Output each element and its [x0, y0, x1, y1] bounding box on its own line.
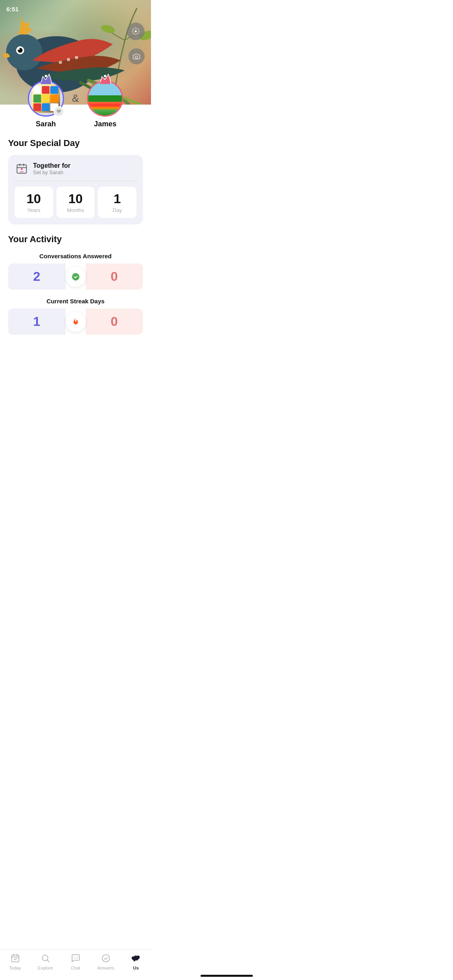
profile-james[interactable]: James [87, 80, 123, 128]
svg-point-9 [6, 34, 42, 70]
card-header: Together for Set by Sarah [14, 161, 137, 181]
months-value: 10 [63, 191, 89, 206]
conversations-center-icon [66, 267, 86, 287]
status-time: 6:51 [6, 6, 19, 12]
svg-point-21 [104, 75, 106, 77]
profiles-section: Sarah & James [0, 105, 151, 128]
streak-title: Current Streak Days [8, 298, 143, 305]
conversations-row: 2 0 [8, 264, 143, 290]
cube-cell [33, 95, 41, 102]
james-avatar-wrap [87, 80, 123, 117]
svg-point-7 [100, 24, 116, 35]
svg-rect-19 [41, 82, 51, 84]
profiles-row: Sarah & James [0, 80, 151, 128]
settings-button[interactable] [127, 23, 145, 40]
activity-title: Your Activity [8, 234, 143, 245]
james-name: James [94, 120, 116, 128]
card-title: Together for [33, 162, 70, 169]
camera-button[interactable] [128, 48, 145, 64]
days-value: 1 [104, 191, 130, 206]
streak-row: 1 0 [8, 309, 143, 335]
card-subtitle: Set by Sarah [33, 169, 70, 175]
conversations-title: Conversations Answered [8, 253, 143, 259]
time-units-row: 10 Years 10 Months 1 Day [14, 187, 137, 218]
svg-point-24 [72, 273, 79, 280]
days-label: Day [104, 207, 130, 213]
conversations-right-value: 0 [111, 269, 118, 284]
streak-right-value: 0 [111, 314, 118, 329]
cube-cell [33, 103, 41, 111]
conversations-metric: Conversations Answered 2 0 [8, 253, 143, 290]
years-unit: 10 Years [14, 187, 53, 218]
svg-point-18 [45, 75, 47, 77]
conversations-right: 0 [86, 264, 143, 290]
sarah-avatar-wrap [28, 80, 64, 117]
months-unit: 10 Months [56, 187, 95, 218]
svg-point-13 [59, 61, 62, 64]
years-label: Years [21, 207, 47, 213]
svg-point-15 [75, 56, 78, 59]
profile-sarah[interactable]: Sarah [28, 80, 64, 128]
calendar-icon [14, 161, 29, 176]
cube-cell [33, 86, 41, 94]
status-bar: 6:51 [0, 0, 151, 18]
cube-cell [42, 95, 50, 102]
cube-cell [42, 103, 50, 111]
svg-point-14 [67, 58, 70, 61]
svg-point-12 [18, 48, 20, 50]
streak-right: 0 [86, 309, 143, 335]
streak-left: 1 [8, 309, 66, 335]
card-header-text: Together for Set by Sarah [33, 162, 70, 175]
cube-cell [50, 95, 58, 102]
profiles-connector: & [72, 92, 79, 105]
months-label: Months [63, 207, 89, 213]
james-crown-icon [99, 73, 112, 87]
days-unit: 1 Day [98, 187, 137, 218]
svg-point-16 [135, 56, 138, 58]
years-value: 10 [21, 191, 47, 206]
sarah-heart-badge [54, 106, 64, 117]
streak-metric: Current Streak Days 1 0 [8, 298, 143, 335]
conversations-left-value: 2 [33, 269, 40, 284]
special-day-title: Your Special Day [8, 138, 143, 148]
streak-left-value: 1 [33, 314, 40, 329]
conversations-left: 2 [8, 264, 66, 290]
streak-center-icon [66, 312, 86, 332]
sarah-name: Sarah [36, 120, 56, 128]
special-day-card: Together for Set by Sarah 10 Years 10 Mo… [8, 155, 143, 224]
sarah-crown-icon [39, 73, 52, 87]
main-content: Your Special Day Together for Set by Sar… [0, 128, 151, 383]
cube-cell [42, 86, 50, 94]
content-bottom-padding [8, 343, 143, 383]
svg-rect-22 [100, 82, 110, 84]
cube-cell [50, 86, 58, 94]
